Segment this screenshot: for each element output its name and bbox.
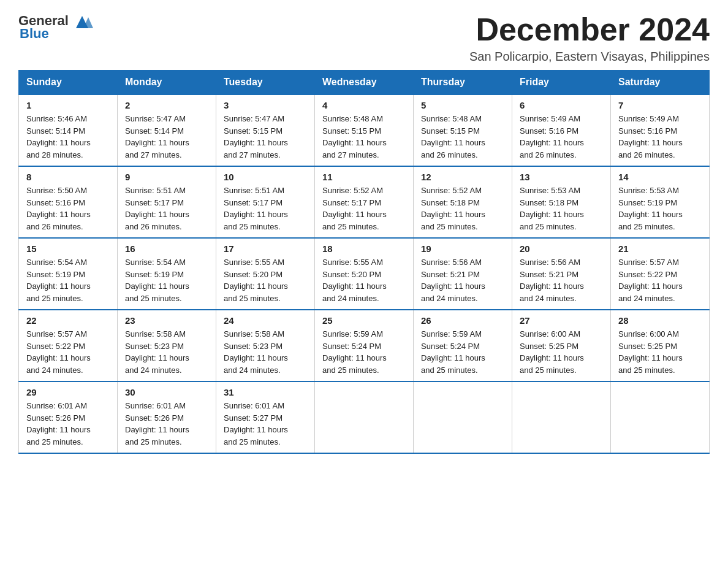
day-number: 19 (421, 243, 504, 254)
day-info: Sunrise: 5:47 AMSunset: 5:15 PMDaylight:… (224, 114, 288, 159)
table-row: 31 Sunrise: 6:01 AMSunset: 5:27 PMDaylig… (216, 381, 315, 453)
day-info: Sunrise: 5:56 AMSunset: 5:21 PMDaylight:… (520, 258, 584, 303)
table-row: 8 Sunrise: 5:50 AMSunset: 5:16 PMDayligh… (19, 166, 118, 238)
calendar-week-row: 1 Sunrise: 5:46 AMSunset: 5:14 PMDayligh… (19, 94, 710, 166)
day-number: 18 (322, 243, 406, 254)
day-number: 26 (421, 315, 504, 326)
table-row: 28 Sunrise: 6:00 AMSunset: 5:25 PMDaylig… (611, 310, 710, 381)
day-info: Sunrise: 5:57 AMSunset: 5:22 PMDaylight:… (618, 258, 683, 303)
day-info: Sunrise: 5:53 AMSunset: 5:18 PMDaylight:… (520, 186, 584, 231)
table-row: 11 Sunrise: 5:52 AMSunset: 5:17 PMDaylig… (315, 166, 414, 238)
table-row: 29 Sunrise: 6:01 AMSunset: 5:26 PMDaylig… (19, 381, 118, 453)
header-tuesday: Tuesday (216, 71, 315, 95)
table-row: 1 Sunrise: 5:46 AMSunset: 5:14 PMDayligh… (19, 94, 118, 166)
table-row: 9 Sunrise: 5:51 AMSunset: 5:17 PMDayligh… (118, 166, 216, 238)
calendar-week-row: 22 Sunrise: 5:57 AMSunset: 5:22 PMDaylig… (19, 310, 710, 381)
day-info: Sunrise: 6:01 AMSunset: 5:26 PMDaylight:… (26, 401, 91, 446)
table-row: 12 Sunrise: 5:52 AMSunset: 5:18 PMDaylig… (414, 166, 512, 238)
table-row: 13 Sunrise: 5:53 AMSunset: 5:18 PMDaylig… (512, 166, 611, 238)
day-number: 30 (125, 387, 208, 397)
day-number: 17 (224, 243, 307, 254)
day-number: 7 (618, 100, 702, 110)
day-info: Sunrise: 5:49 AMSunset: 5:16 PMDaylight:… (618, 114, 683, 159)
title-area: December 2024 San Policarpio, Eastern Vi… (469, 12, 710, 64)
day-number: 3 (224, 100, 307, 110)
table-row (512, 381, 611, 453)
subtitle: San Policarpio, Eastern Visayas, Philipp… (469, 50, 710, 64)
day-info: Sunrise: 5:58 AMSunset: 5:23 PMDaylight:… (125, 329, 189, 375)
table-row: 3 Sunrise: 5:47 AMSunset: 5:15 PMDayligh… (216, 94, 315, 166)
table-row: 10 Sunrise: 5:51 AMSunset: 5:17 PMDaylig… (216, 166, 315, 238)
day-info: Sunrise: 5:52 AMSunset: 5:18 PMDaylight:… (421, 186, 485, 231)
table-row (414, 381, 512, 453)
table-row: 18 Sunrise: 5:55 AMSunset: 5:20 PMDaylig… (315, 238, 414, 310)
table-row: 30 Sunrise: 6:01 AMSunset: 5:26 PMDaylig… (118, 381, 216, 453)
day-info: Sunrise: 6:00 AMSunset: 5:25 PMDaylight:… (520, 329, 584, 375)
table-row: 5 Sunrise: 5:48 AMSunset: 5:15 PMDayligh… (414, 94, 512, 166)
calendar-header-row: Sunday Monday Tuesday Wednesday Thursday… (19, 71, 710, 95)
day-number: 11 (322, 172, 406, 182)
day-info: Sunrise: 6:01 AMSunset: 5:27 PMDaylight:… (224, 401, 288, 446)
day-number: 13 (520, 172, 603, 182)
table-row: 27 Sunrise: 6:00 AMSunset: 5:25 PMDaylig… (512, 310, 611, 381)
table-row: 17 Sunrise: 5:55 AMSunset: 5:20 PMDaylig… (216, 238, 315, 310)
day-number: 15 (26, 243, 110, 254)
table-row: 16 Sunrise: 5:54 AMSunset: 5:19 PMDaylig… (118, 238, 216, 310)
day-info: Sunrise: 5:50 AMSunset: 5:16 PMDaylight:… (26, 186, 91, 231)
table-row: 6 Sunrise: 5:49 AMSunset: 5:16 PMDayligh… (512, 94, 611, 166)
day-info: Sunrise: 6:01 AMSunset: 5:26 PMDaylight:… (125, 401, 189, 446)
day-number: 1 (26, 100, 110, 110)
logo: General Blue (18, 12, 93, 42)
table-row: 23 Sunrise: 5:58 AMSunset: 5:23 PMDaylig… (118, 310, 216, 381)
day-info: Sunrise: 5:59 AMSunset: 5:24 PMDaylight:… (421, 329, 485, 375)
header-thursday: Thursday (414, 71, 512, 95)
table-row: 15 Sunrise: 5:54 AMSunset: 5:19 PMDaylig… (19, 238, 118, 310)
day-info: Sunrise: 5:51 AMSunset: 5:17 PMDaylight:… (125, 186, 189, 231)
logo-icon (70, 11, 93, 29)
day-number: 28 (618, 315, 702, 326)
day-number: 9 (125, 172, 208, 182)
day-number: 8 (26, 172, 110, 182)
day-info: Sunrise: 5:56 AMSunset: 5:21 PMDaylight:… (421, 258, 485, 303)
day-number: 14 (618, 172, 702, 182)
header-sunday: Sunday (19, 71, 118, 95)
day-info: Sunrise: 6:00 AMSunset: 5:25 PMDaylight:… (618, 329, 683, 375)
table-row: 26 Sunrise: 5:59 AMSunset: 5:24 PMDaylig… (414, 310, 512, 381)
day-info: Sunrise: 5:51 AMSunset: 5:17 PMDaylight:… (224, 186, 288, 231)
table-row: 19 Sunrise: 5:56 AMSunset: 5:21 PMDaylig… (414, 238, 512, 310)
day-number: 20 (520, 243, 603, 254)
table-row (611, 381, 710, 453)
header-monday: Monday (118, 71, 216, 95)
day-number: 27 (520, 315, 603, 326)
table-row: 14 Sunrise: 5:53 AMSunset: 5:19 PMDaylig… (611, 166, 710, 238)
day-number: 24 (224, 315, 307, 326)
day-number: 23 (125, 315, 208, 326)
table-row: 24 Sunrise: 5:58 AMSunset: 5:23 PMDaylig… (216, 310, 315, 381)
table-row: 25 Sunrise: 5:59 AMSunset: 5:24 PMDaylig… (315, 310, 414, 381)
day-info: Sunrise: 5:54 AMSunset: 5:19 PMDaylight:… (26, 258, 91, 303)
table-row: 20 Sunrise: 5:56 AMSunset: 5:21 PMDaylig… (512, 238, 611, 310)
table-row: 7 Sunrise: 5:49 AMSunset: 5:16 PMDayligh… (611, 94, 710, 166)
day-number: 21 (618, 243, 702, 254)
table-row: 2 Sunrise: 5:47 AMSunset: 5:14 PMDayligh… (118, 94, 216, 166)
day-info: Sunrise: 5:55 AMSunset: 5:20 PMDaylight:… (224, 258, 288, 303)
day-number: 10 (224, 172, 307, 182)
calendar-week-row: 29 Sunrise: 6:01 AMSunset: 5:26 PMDaylig… (19, 381, 710, 453)
day-info: Sunrise: 5:55 AMSunset: 5:20 PMDaylight:… (322, 258, 387, 303)
day-info: Sunrise: 5:49 AMSunset: 5:16 PMDaylight:… (520, 114, 584, 159)
day-number: 16 (125, 243, 208, 254)
calendar-week-row: 15 Sunrise: 5:54 AMSunset: 5:19 PMDaylig… (19, 238, 710, 310)
table-row: 4 Sunrise: 5:48 AMSunset: 5:15 PMDayligh… (315, 94, 414, 166)
day-number: 5 (421, 100, 504, 110)
day-info: Sunrise: 5:53 AMSunset: 5:19 PMDaylight:… (618, 186, 683, 231)
logo-blue: Blue (20, 26, 49, 42)
header: General Blue December 2024 San Policarpi… (18, 12, 710, 64)
day-number: 12 (421, 172, 504, 182)
day-info: Sunrise: 5:46 AMSunset: 5:14 PMDaylight:… (26, 114, 91, 159)
day-info: Sunrise: 5:59 AMSunset: 5:24 PMDaylight:… (322, 329, 387, 375)
day-info: Sunrise: 5:47 AMSunset: 5:14 PMDaylight:… (125, 114, 189, 159)
day-number: 6 (520, 100, 603, 110)
day-info: Sunrise: 5:48 AMSunset: 5:15 PMDaylight:… (322, 114, 387, 159)
day-info: Sunrise: 5:57 AMSunset: 5:22 PMDaylight:… (26, 329, 91, 375)
day-info: Sunrise: 5:52 AMSunset: 5:17 PMDaylight:… (322, 186, 387, 231)
